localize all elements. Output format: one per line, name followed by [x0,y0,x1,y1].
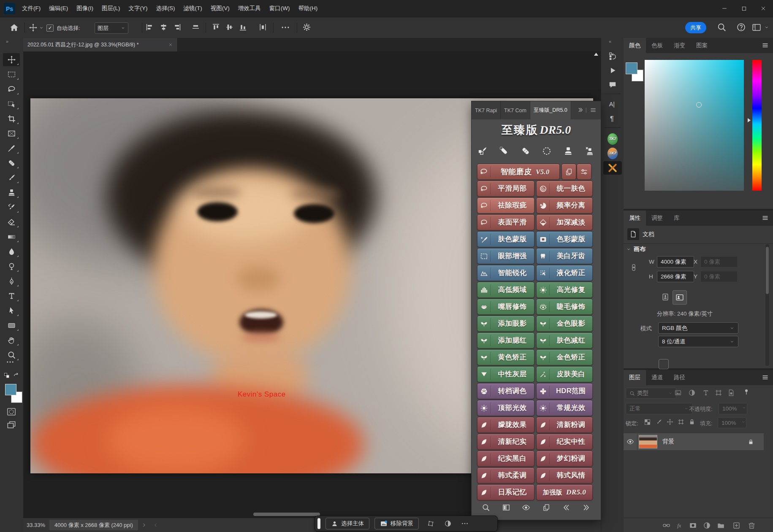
layer-filter-dropdown[interactable]: 类型 [626,388,676,399]
eraser-tool[interactable] [3,216,20,229]
align-left-icon[interactable] [145,23,154,32]
split-view-icon[interactable] [502,503,510,512]
menu-item[interactable]: 文字(Y) [125,5,152,12]
dock-expand-icon[interactable]: « [609,39,611,44]
portrait-orientation-button[interactable] [660,291,671,303]
search-icon[interactable] [717,22,727,32]
rectangle-tool[interactable] [3,319,20,332]
y-field[interactable]: 0 像素 [700,271,738,282]
menu-item[interactable]: 编辑(E) [45,5,72,12]
select-subject-button[interactable]: 选择主体 [325,518,369,529]
new-layer-icon[interactable] [732,521,740,529]
tab-paths[interactable]: 路径 [668,370,691,385]
taskbar-grip[interactable] [317,518,320,529]
blur-tool[interactable] [3,245,20,258]
plugin-button[interactable]: 加深减淡 [536,214,593,230]
path-selection-tool[interactable] [3,304,20,317]
plugin-button[interactable]: 表面平滑 [477,214,534,230]
plugin-button[interactable]: 纪实黑白 [477,451,534,467]
brush-swatch-icon[interactable] [477,146,488,156]
close-button[interactable] [754,0,773,17]
chevron-down-icon[interactable] [742,405,746,410]
tab-adjustments[interactable]: 调整 [646,211,668,226]
hue-slider-marker[interactable] [748,118,751,122]
zoom-level[interactable]: 33.33% [27,522,45,528]
layer-thumbnail[interactable] [639,435,657,448]
maximize-button[interactable] [734,0,754,17]
eye-icon[interactable] [522,503,530,512]
layer-row-background[interactable]: 背景 [624,433,764,450]
lock-artboard-icon[interactable] [678,419,684,425]
adjustment-icon[interactable] [444,520,452,527]
tab-swatches[interactable]: 色板 [646,38,668,53]
distribute-icon[interactable] [258,23,267,32]
filter-type-icon[interactable] [702,389,710,397]
plugin-button[interactable]: 频率分离 [536,197,593,213]
home-icon[interactable] [9,23,19,32]
lock-pixels-icon[interactable] [656,419,662,425]
align-middle-vertical-icon[interactable] [225,23,234,32]
foreground-color-swatch[interactable] [626,62,637,74]
menu-item[interactable]: 选择(S) [152,5,179,12]
hue-slider[interactable] [752,60,762,191]
plugin-button[interactable]: 清新纪实 [477,434,534,450]
workspace-icon[interactable] [751,22,762,32]
plugin-button[interactable]: 金色眼影 [536,316,593,332]
chevrons-right-icon[interactable] [582,503,591,512]
plugin-tab-tk7-com[interactable]: TK7 Com [501,101,530,119]
tab-libraries[interactable]: 库 [668,211,685,226]
panel-menu-icon[interactable] [762,42,769,49]
collapse-section-icon[interactable] [626,247,631,252]
rectangular-marquee-tool[interactable] [3,68,20,81]
plugin-button[interactable]: 平滑局部 [477,181,534,197]
healing-icon[interactable] [521,146,531,156]
delete-layer-icon[interactable] [748,521,756,529]
layer-visibility-icon[interactable] [624,433,637,450]
eyedropper-tool[interactable] [3,142,20,155]
swap-colors-arrow-icon[interactable] [12,372,19,379]
paragraph-panel-icon[interactable]: ¶ [607,113,618,124]
plugin-button[interactable]: 智能锐化 [477,265,534,281]
width-field[interactable]: 4000 像素 [657,256,694,267]
history-brush-tool[interactable] [3,201,20,214]
filter-image-icon[interactable] [674,389,682,397]
share-button[interactable]: 共享 [685,22,706,33]
history-icon[interactable] [607,51,618,62]
plugin-button[interactable]: 日系记忆 [477,484,534,500]
bit-depth-dropdown[interactable]: 8 位/通道 [658,336,738,347]
status-chevron-right-icon[interactable] [141,522,147,528]
plugin-button[interactable]: 色彩蒙版 [536,231,593,247]
document-tab[interactable]: 2022.05.01 西昌之行-12.jpg @ 33.3%(RGB/8) * [23,38,178,51]
status-chevron-left-icon[interactable] [153,522,158,528]
screen-mode-icon[interactable] [6,420,16,430]
layer-effects-icon[interactable]: fx [676,521,684,529]
horizontal-scrollbar[interactable] [253,513,320,516]
object-selection-tool[interactable] [3,97,20,111]
lock-position-icon[interactable] [667,419,673,425]
plugin-button[interactable]: 统一肤色 [536,181,593,197]
quick-mask-icon[interactable] [6,407,16,417]
tab-gradients[interactable]: 渐变 [668,38,691,53]
tab-color[interactable]: 颜色 [624,38,646,53]
healing-dotted-icon[interactable] [499,146,509,156]
align-bottom-icon[interactable] [239,23,247,32]
menu-item[interactable]: 增效工具 [234,5,265,12]
panel-menu-icon[interactable] [762,374,769,381]
adjustment-layer-icon[interactable] [703,521,711,529]
plugin-button[interactable]: 眼部增强 [477,248,534,264]
plugin-button[interactable]: 清新粉调 [536,417,593,433]
help-icon[interactable] [736,22,746,32]
remove-background-button[interactable]: 移除背景 [374,518,419,529]
plugin-button[interactable]: 高光修复 [536,282,593,298]
more-options-icon[interactable] [281,23,290,32]
align-top-icon[interactable] [212,23,220,32]
type-tool[interactable] [3,289,20,302]
auto-select-checkbox[interactable]: ✓ [46,24,54,32]
color-mode-dropdown[interactable]: RGB 颜色 [658,322,738,334]
plugin-button[interactable]: HDR范围 [536,383,593,399]
plugin-button[interactable]: 黄色矫正 [477,349,534,365]
plugin-button[interactable]: 肤色蒙版 [477,231,534,247]
align-bars-icon[interactable] [191,23,200,32]
foreground-color-swatch[interactable] [5,384,16,395]
chevron-down-icon[interactable] [764,25,769,30]
